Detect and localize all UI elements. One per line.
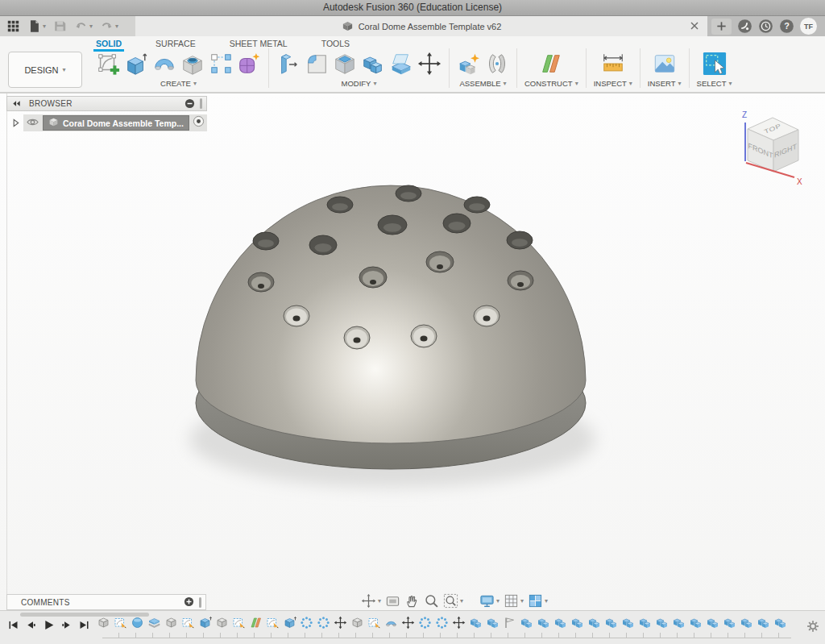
insert-dropdown[interactable]: INSERT ▾ bbox=[648, 79, 682, 88]
new-component-button[interactable] bbox=[457, 52, 481, 76]
joint-button[interactable] bbox=[485, 52, 509, 76]
viewport-canvas[interactable]: BROWSER Coral Dome Assemble Temp... TOP … bbox=[0, 93, 825, 612]
apps-grid-button[interactable] bbox=[6, 19, 20, 33]
user-avatar[interactable]: TF bbox=[800, 18, 817, 35]
timeline-feature-sketch-icon[interactable] bbox=[266, 616, 280, 629]
extrude-button[interactable] bbox=[124, 52, 148, 76]
look-at-button[interactable] bbox=[385, 593, 400, 609]
timeline-feature-box-icon[interactable] bbox=[215, 616, 229, 629]
comments-panel[interactable]: COMMENTS bbox=[6, 594, 206, 610]
save-button[interactable] bbox=[53, 19, 67, 33]
timeline-feature-revolve-icon[interactable] bbox=[384, 616, 398, 629]
measure-button[interactable] bbox=[601, 52, 625, 76]
grid-settings-button[interactable]: ▾ bbox=[504, 593, 524, 609]
activate-radio-icon[interactable] bbox=[193, 115, 205, 131]
assemble-dropdown[interactable]: ASSEMBLE ▾ bbox=[459, 79, 506, 88]
move-copy-button[interactable] bbox=[417, 52, 442, 76]
timeline-feature-plane-icon[interactable] bbox=[249, 616, 263, 629]
select-button[interactable] bbox=[703, 52, 727, 76]
timeline-feature-combine-icon[interactable] bbox=[621, 616, 635, 629]
timeline-feature-move-icon[interactable] bbox=[401, 616, 415, 629]
drag-handle[interactable] bbox=[199, 597, 201, 608]
file-new-button[interactable]: ▾ bbox=[27, 19, 46, 33]
timeline-feature-pattern-icon[interactable] bbox=[317, 616, 330, 629]
skip-start-button[interactable] bbox=[7, 619, 19, 631]
construct-dropdown[interactable]: CONSTRUCT ▾ bbox=[524, 79, 578, 88]
dome-model[interactable] bbox=[0, 93, 825, 612]
circle-minus-icon[interactable] bbox=[184, 98, 195, 109]
timeline-feature-sketch-icon[interactable] bbox=[367, 616, 381, 629]
timeline-feature-combine-icon[interactable] bbox=[604, 616, 618, 629]
shell-button[interactable] bbox=[333, 52, 357, 76]
timeline-settings-gear-icon[interactable] bbox=[806, 620, 819, 633]
timeline-feature-box-icon[interactable] bbox=[350, 616, 364, 629]
add-comment-icon[interactable] bbox=[184, 596, 194, 609]
timeline-feature-combine-icon[interactable] bbox=[486, 616, 500, 629]
zoom-button[interactable] bbox=[424, 593, 439, 609]
skip-end-button[interactable] bbox=[78, 619, 90, 631]
orbit-button[interactable]: ▾ bbox=[361, 593, 381, 609]
timeline-feature-extrude-icon[interactable] bbox=[198, 616, 212, 629]
viewcube[interactable]: TOP FRONT RIGHT Z X bbox=[735, 105, 815, 189]
timeline-feature-move-icon[interactable] bbox=[452, 616, 466, 629]
close-tab-icon[interactable] bbox=[689, 20, 700, 31]
help-icon[interactable]: ? bbox=[779, 19, 794, 34]
timeline-feature-sphere-icon[interactable] bbox=[131, 616, 144, 629]
combine-button[interactable] bbox=[361, 52, 385, 76]
timeline-feature-combine-icon[interactable] bbox=[740, 616, 753, 629]
browser-header[interactable]: BROWSER bbox=[6, 96, 207, 111]
timeline-feature-combine-icon[interactable] bbox=[587, 616, 601, 629]
extension-icon[interactable] bbox=[737, 19, 752, 34]
timeline-feature-extrude-icon[interactable] bbox=[283, 616, 296, 629]
timeline-feature-pattern-icon[interactable] bbox=[435, 616, 449, 629]
timeline-feature-combine-icon[interactable] bbox=[469, 616, 483, 629]
create-form-button[interactable] bbox=[237, 52, 261, 76]
create-sketch-button[interactable] bbox=[96, 52, 120, 76]
step-back-button[interactable] bbox=[25, 619, 37, 631]
press-pull-button[interactable] bbox=[276, 52, 301, 76]
timeline-feature-combine-icon[interactable] bbox=[706, 616, 719, 629]
timeline-feature-combine-icon[interactable] bbox=[655, 616, 669, 629]
timeline-feature-pattern-icon[interactable] bbox=[300, 616, 313, 629]
timeline-feature-combine-icon[interactable] bbox=[638, 616, 652, 629]
timeline-feature-combine-icon[interactable] bbox=[689, 616, 703, 629]
browser-root-row[interactable]: Coral Dome Assemble Temp... bbox=[6, 114, 207, 131]
split-body-button[interactable] bbox=[389, 52, 413, 76]
inspect-dropdown[interactable]: INSPECT ▾ bbox=[594, 79, 632, 88]
timeline-feature-pattern-icon[interactable] bbox=[418, 616, 432, 629]
timeline-feature-sketch-icon[interactable] bbox=[181, 616, 195, 629]
redo-button[interactable]: ▾ bbox=[100, 19, 118, 33]
play-button[interactable] bbox=[43, 619, 55, 631]
timeline-feature-combine-icon[interactable] bbox=[520, 616, 533, 629]
hole-button[interactable] bbox=[180, 52, 205, 76]
timeline-feature-combine-icon[interactable] bbox=[723, 616, 736, 629]
select-dropdown[interactable]: SELECT ▾ bbox=[697, 79, 732, 88]
drag-handle[interactable] bbox=[200, 98, 202, 109]
create-dropdown[interactable]: CREATE ▾ bbox=[160, 79, 197, 88]
timeline-feature-sketch-icon[interactable] bbox=[232, 616, 246, 629]
timeline-feature-combine-icon[interactable] bbox=[553, 616, 567, 629]
job-status-clock-icon[interactable] bbox=[758, 19, 773, 34]
browser-root-item[interactable]: Coral Dome Assemble Temp... bbox=[43, 115, 189, 131]
timeline-feature-flag-icon[interactable] bbox=[503, 616, 516, 629]
construction-plane-button[interactable] bbox=[539, 52, 563, 76]
timeline-feature-combine-icon[interactable] bbox=[773, 616, 787, 629]
modify-dropdown[interactable]: MODIFY ▾ bbox=[342, 79, 377, 88]
display-settings-button[interactable]: ▾ bbox=[479, 593, 500, 609]
step-forward-button[interactable] bbox=[60, 619, 73, 631]
timeline-feature-combine-icon[interactable] bbox=[757, 616, 770, 629]
timeline-feature-box-icon[interactable] bbox=[164, 616, 178, 629]
timeline-feature-split-icon[interactable] bbox=[147, 616, 161, 629]
workspace-selector-button[interactable]: DESIGN ▾ bbox=[8, 52, 82, 88]
timeline-feature-move-icon[interactable] bbox=[334, 616, 347, 629]
visibility-eye-icon[interactable] bbox=[26, 116, 39, 131]
new-tab-button[interactable] bbox=[711, 19, 732, 35]
document-tab[interactable]: Coral Dome Assemble Template v62 bbox=[135, 16, 707, 36]
disclosure-triangle-icon[interactable] bbox=[11, 116, 20, 131]
rectangular-pattern-button[interactable] bbox=[209, 52, 233, 76]
timeline-feature-combine-icon[interactable] bbox=[570, 616, 584, 629]
timeline-feature-combine-icon[interactable] bbox=[672, 616, 686, 629]
timeline-feature-combine-icon[interactable] bbox=[537, 616, 550, 629]
insert-image-button[interactable] bbox=[653, 52, 677, 76]
collapse-panel-icon[interactable] bbox=[11, 98, 22, 109]
